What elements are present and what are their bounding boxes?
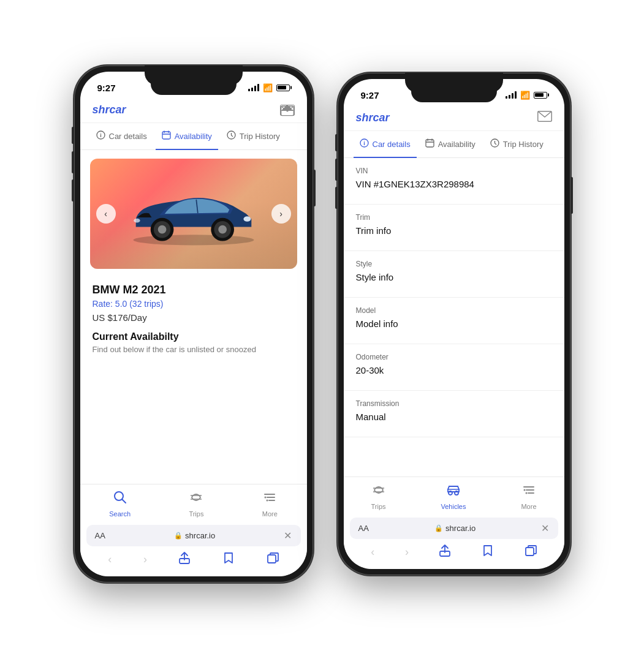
bottom-nav-1: Search Trips More bbox=[80, 484, 307, 576]
car-info-1: BMW M2 2021 Rate: 5.0 (32 trips) US $176… bbox=[80, 277, 307, 360]
next-arrow-1[interactable]: › bbox=[271, 204, 291, 224]
availability-title: Current Availabilty bbox=[93, 331, 295, 342]
svg-point-45 bbox=[523, 489, 525, 491]
nav-more-1[interactable]: More bbox=[262, 491, 278, 518]
tab-availability-1[interactable]: Availability bbox=[156, 123, 218, 150]
nav-vehicles-label-2: Vehicles bbox=[441, 503, 466, 510]
availability-desc: Find out below if the car is unlisted or… bbox=[93, 345, 295, 354]
phone-1: 9:27 📶 bbox=[74, 66, 313, 582]
back-btn-1[interactable]: ‹ bbox=[108, 553, 112, 566]
vehicles-icon-2 bbox=[446, 483, 461, 500]
tabs-btn-1[interactable] bbox=[267, 552, 279, 567]
model-label: Model bbox=[356, 306, 552, 315]
tab-availability-label-1: Availability bbox=[175, 132, 212, 141]
forward-btn-2[interactable]: › bbox=[405, 546, 409, 559]
more-icon-1 bbox=[263, 491, 276, 508]
trim-label: Trim bbox=[356, 213, 552, 222]
book-btn-1[interactable] bbox=[222, 552, 235, 567]
svg-text:i: i bbox=[100, 132, 102, 138]
tab-trip-history-label-2: Trip History bbox=[503, 140, 544, 149]
calendar-icon-2 bbox=[425, 138, 434, 149]
tab-car-details-1[interactable]: i Car details bbox=[90, 123, 153, 150]
svg-rect-0 bbox=[281, 106, 294, 115]
signal-icon-2 bbox=[506, 91, 517, 99]
tab-car-details-label-2: Car details bbox=[373, 140, 411, 149]
share-btn-2[interactable] bbox=[439, 544, 451, 560]
clock-icon-2 bbox=[490, 138, 499, 149]
transmission-section: Transmission Manual bbox=[344, 391, 564, 437]
browser-url-2: 🔒 shrcar.io bbox=[434, 524, 475, 533]
trim-section: Trim Trim info bbox=[344, 205, 564, 251]
scene: 9:27 📶 bbox=[50, 41, 595, 607]
book-btn-2[interactable] bbox=[482, 544, 494, 560]
bottom-nav-2: Trips Vehicles More bbox=[344, 477, 564, 569]
nav-trips-2[interactable]: Trips bbox=[371, 483, 385, 510]
trim-value: Trim info bbox=[356, 225, 552, 242]
svg-line-9 bbox=[231, 135, 233, 137]
tab-car-details-label-1: Car details bbox=[109, 132, 147, 141]
app-header-2: shrcar bbox=[344, 106, 564, 131]
tabs-1: i Car details Availability bbox=[80, 123, 307, 150]
car-name: BMW M2 2021 bbox=[93, 284, 295, 296]
browser-clear-1[interactable]: ✕ bbox=[284, 530, 292, 541]
svg-rect-48 bbox=[526, 548, 534, 556]
app-logo-1: shrcar bbox=[93, 104, 126, 116]
nav-vehicles-2[interactable]: Vehicles bbox=[441, 483, 466, 510]
svg-point-10 bbox=[133, 235, 254, 245]
odometer-value: 20-30k bbox=[356, 365, 552, 382]
tab-trip-history-1[interactable]: Trip History bbox=[221, 123, 286, 150]
nav-search-label-1: Search bbox=[109, 510, 131, 518]
browser-clear-2[interactable]: ✕ bbox=[541, 522, 549, 534]
svg-point-19 bbox=[134, 219, 140, 223]
app-header-1: shrcar bbox=[80, 99, 307, 123]
back-btn-2[interactable]: ‹ bbox=[371, 546, 374, 559]
calendar-icon-1 bbox=[162, 130, 171, 141]
trips-icon-2 bbox=[372, 483, 385, 500]
nav-more-label-2: More bbox=[521, 503, 536, 510]
svg-rect-3 bbox=[162, 132, 170, 139]
lock-icon-2: 🔒 bbox=[434, 524, 443, 532]
info-icon-1: i bbox=[96, 130, 105, 141]
url-text-2: shrcar.io bbox=[445, 524, 475, 533]
wifi-icon-2: 📶 bbox=[520, 91, 530, 100]
browser-bar-2[interactable]: AA 🔒 shrcar.io ✕ bbox=[350, 518, 558, 539]
odometer-section: Odometer 20-30k bbox=[344, 344, 564, 391]
nav-trips-1[interactable]: Trips bbox=[189, 491, 203, 518]
signal-icon-1 bbox=[248, 84, 259, 91]
tab-car-details-2[interactable]: i Car details bbox=[354, 131, 417, 158]
svg-point-26 bbox=[267, 500, 268, 502]
nav-trips-label-2: Trips bbox=[371, 503, 385, 510]
clock-icon-1 bbox=[227, 130, 236, 141]
svg-line-21 bbox=[122, 500, 126, 503]
battery-icon-1 bbox=[276, 85, 290, 91]
browser-nav-2: ‹ › bbox=[344, 539, 564, 569]
nav-more-label-1: More bbox=[262, 510, 278, 518]
mail-icon-2[interactable] bbox=[537, 111, 552, 124]
browser-url-1: 🔒 shrcar.io bbox=[174, 531, 215, 540]
transmission-label: Transmission bbox=[356, 399, 552, 408]
tabs-2: i Car details Availability bbox=[344, 131, 564, 158]
nav-more-2[interactable]: More bbox=[521, 483, 536, 510]
trips-icon-1 bbox=[189, 491, 203, 508]
share-btn-1[interactable] bbox=[178, 551, 191, 568]
phone-2: 9:27 📶 bbox=[338, 73, 570, 575]
browser-bar-1[interactable]: AA 🔒 shrcar.io ✕ bbox=[86, 525, 301, 546]
tab-trip-history-2[interactable]: Trip History bbox=[484, 131, 550, 158]
car-rating: Rate: 5.0 (32 trips) bbox=[93, 299, 295, 309]
forward-btn-1[interactable]: › bbox=[143, 553, 147, 566]
status-icons-1: 📶 bbox=[248, 83, 290, 92]
prev-arrow-1[interactable]: ‹ bbox=[96, 204, 116, 224]
style-value: Style info bbox=[356, 272, 552, 288]
vin-value: VIN #1GNEK13ZX3R298984 bbox=[356, 179, 552, 195]
info-icon-2: i bbox=[360, 138, 369, 149]
nav-search-1[interactable]: Search bbox=[109, 491, 131, 518]
tabs-btn-2[interactable] bbox=[525, 544, 537, 560]
svg-point-25 bbox=[265, 497, 267, 499]
tab-availability-2[interactable]: Availability bbox=[419, 131, 482, 158]
app-logo-2: shrcar bbox=[356, 111, 390, 124]
lock-icon-1: 🔒 bbox=[174, 532, 183, 540]
url-text-1: shrcar.io bbox=[185, 531, 215, 540]
model-value: Model info bbox=[356, 318, 552, 335]
mail-icon-1[interactable] bbox=[280, 105, 295, 116]
car-image-1: ‹ bbox=[90, 159, 297, 269]
